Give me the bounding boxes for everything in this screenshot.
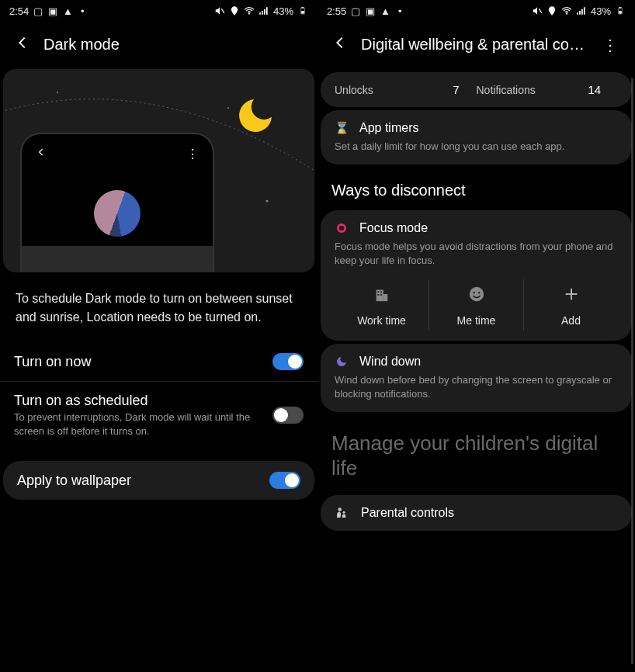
- parental-controls-label: Parental controls: [361, 506, 454, 520]
- screenshot-icon: ▣: [47, 5, 58, 16]
- schedule-info: To schedule Dark mode to turn on between…: [0, 272, 318, 342]
- svg-point-5: [57, 92, 58, 93]
- svg-rect-4: [301, 11, 304, 13]
- focus-add-label: Add: [561, 314, 581, 327]
- svg-point-26: [338, 507, 342, 511]
- location-icon: [229, 5, 240, 16]
- focus-circle-icon: [335, 221, 349, 235]
- location-icon: [547, 5, 557, 16]
- battery-icon: [615, 5, 626, 16]
- mute-icon: [532, 5, 543, 16]
- unlocks-label: Unlocks: [335, 84, 373, 96]
- drive-icon: ▲: [62, 5, 73, 16]
- manage-section-title: Manage your children's digital life: [318, 415, 635, 492]
- plus-icon: [563, 286, 580, 307]
- wallpaper-toggle[interactable]: [269, 472, 300, 489]
- scheduled-label: Turn on as scheduled: [14, 393, 263, 409]
- svg-rect-13: [619, 11, 621, 13]
- turn-on-now-label: Turn on now: [14, 354, 263, 370]
- focus-me-label: Me time: [457, 314, 496, 327]
- back-icon[interactable]: [331, 34, 349, 55]
- notifications-label: Notifications: [477, 84, 536, 96]
- svg-rect-17: [377, 291, 379, 293]
- svg-point-14: [338, 225, 345, 232]
- smile-icon: [468, 286, 485, 307]
- svg-line-9: [539, 9, 542, 13]
- gallery-icon: ▢: [33, 5, 43, 16]
- wifi-icon: [561, 5, 572, 16]
- svg-point-22: [473, 292, 474, 293]
- svg-point-21: [469, 286, 483, 300]
- svg-point-27: [343, 511, 345, 514]
- ways-section-title: Ways to disconnect: [318, 168, 635, 207]
- svg-point-23: [478, 292, 480, 293]
- app-timers-card[interactable]: ⌛ App timers Set a daily limit for how l…: [321, 110, 632, 165]
- parental-controls-card[interactable]: Parental controls: [321, 495, 632, 531]
- stats-card[interactable]: Unlocks 7 Notifications 14: [321, 72, 632, 107]
- dark-mode-hero: ⋮: [3, 69, 314, 272]
- app-timers-title: App timers: [359, 121, 418, 135]
- status-bar: 2:55 ▢ ▣ ▲ • 43%: [318, 0, 635, 22]
- signal-icon: [259, 5, 269, 16]
- back-icon[interactable]: [14, 34, 31, 55]
- app-timers-sub: Set a daily limit for how long you can u…: [335, 140, 618, 154]
- svg-rect-18: [380, 291, 382, 293]
- svg-point-10: [566, 13, 567, 14]
- header: Digital wellbeing & parental con... ⋮: [318, 22, 635, 69]
- focus-sub: Focus mode helps you avoid distractions …: [335, 240, 618, 268]
- mute-icon: [214, 5, 225, 16]
- scheduled-row[interactable]: Turn on as scheduled To prevent interrup…: [0, 381, 318, 449]
- scheduled-sub: To prevent interruptions, Dark mode will…: [14, 410, 263, 438]
- status-battery: 43%: [591, 5, 611, 17]
- focus-title: Focus mode: [359, 221, 428, 235]
- focus-work-button[interactable]: Work time: [335, 279, 429, 330]
- screenshot-icon: ▣: [365, 5, 376, 16]
- dark-mode-screen: 2:54 ▢ ▣ ▲ • 43%: [0, 0, 318, 672]
- more-icon[interactable]: ⋮: [599, 36, 621, 54]
- page-title: Dark mode: [43, 36, 304, 54]
- family-icon: [335, 506, 349, 520]
- status-time: 2:55: [327, 5, 346, 17]
- svg-rect-16: [383, 294, 387, 301]
- scroll-indicator: [631, 78, 633, 664]
- focus-mode-card[interactable]: Focus mode Focus mode helps you avoid di…: [321, 210, 632, 340]
- notifications-value: 14: [588, 83, 601, 96]
- svg-rect-19: [377, 294, 379, 296]
- svg-point-6: [227, 107, 229, 109]
- preview-more-icon: ⋮: [186, 147, 199, 161]
- status-bar: 2:54 ▢ ▣ ▲ • 43%: [0, 0, 318, 22]
- hourglass-icon: ⌛: [335, 121, 349, 135]
- wind-down-card[interactable]: Wind down Wind down before bed by changi…: [321, 344, 632, 412]
- svg-rect-12: [619, 7, 622, 8]
- dot-icon: •: [394, 5, 405, 16]
- scheduled-toggle[interactable]: [272, 407, 304, 424]
- wind-down-sub: Wind down before bed by changing the scr…: [335, 373, 618, 401]
- wallpaper-label: Apply to wallpaper: [17, 473, 131, 489]
- dot-icon: •: [77, 5, 88, 16]
- focus-add-button[interactable]: Add: [523, 279, 618, 330]
- focus-work-label: Work time: [357, 314, 406, 327]
- unlocks-value: 7: [453, 83, 459, 96]
- moon-icon: [234, 94, 277, 137]
- svg-rect-15: [376, 289, 383, 301]
- focus-me-button[interactable]: Me time: [429, 279, 523, 330]
- preview-wallpaper: [94, 190, 141, 237]
- status-battery: 43%: [273, 5, 293, 17]
- page-title: Digital wellbeing & parental con...: [361, 36, 587, 54]
- status-time: 2:54: [9, 5, 29, 17]
- wallpaper-row[interactable]: Apply to wallpaper: [3, 461, 314, 500]
- phone-preview: ⋮: [20, 133, 214, 272]
- svg-rect-20: [380, 294, 382, 296]
- preview-back-icon: [36, 147, 47, 161]
- drive-icon: ▲: [380, 5, 390, 16]
- wind-down-title: Wind down: [359, 355, 421, 369]
- wifi-icon: [244, 5, 255, 16]
- gallery-icon: ▢: [350, 5, 361, 16]
- svg-rect-3: [302, 7, 304, 8]
- turn-on-now-row[interactable]: Turn on now: [0, 342, 318, 381]
- header: Dark mode: [0, 22, 318, 69]
- svg-point-7: [266, 200, 269, 203]
- wellbeing-screen: 2:55 ▢ ▣ ▲ • 43%: [318, 0, 635, 672]
- turn-on-now-toggle[interactable]: [272, 353, 304, 370]
- battery-icon: [297, 5, 308, 16]
